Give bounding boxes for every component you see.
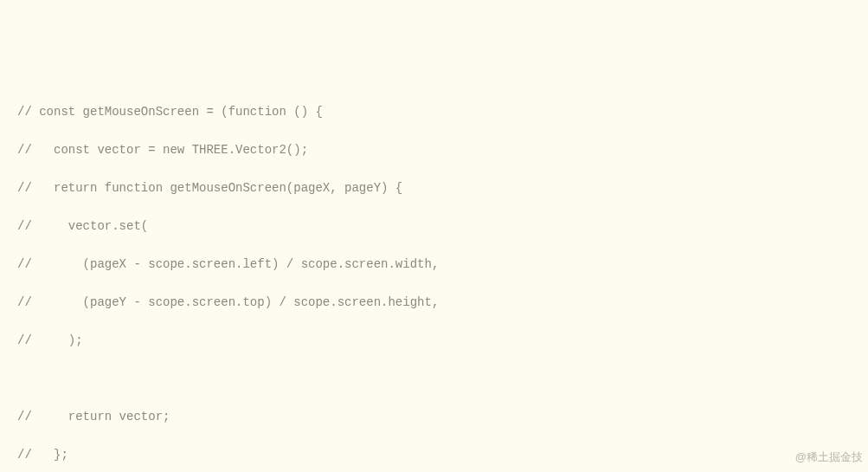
code-line: // (pageY - scope.screen.top) / scope.sc… <box>17 293 868 312</box>
watermark-text: @稀土掘金技 <box>795 448 863 467</box>
code-line: // (pageX - scope.screen.left) / scope.s… <box>17 255 868 274</box>
code-block: // const getMouseOnScreen = (function ()… <box>17 83 868 472</box>
code-line: // }; <box>17 445 868 464</box>
code-line <box>17 369 868 388</box>
code-line: // return function getMouseOnScreen(page… <box>17 178 868 197</box>
code-line: // vector.set( <box>17 217 868 236</box>
code-line: // ); <box>17 331 868 350</box>
code-line: // const vector = new THREE.Vector2(); <box>17 140 868 159</box>
code-line: // return vector; <box>17 407 868 426</box>
code-line: // const getMouseOnScreen = (function ()… <box>17 102 868 121</box>
